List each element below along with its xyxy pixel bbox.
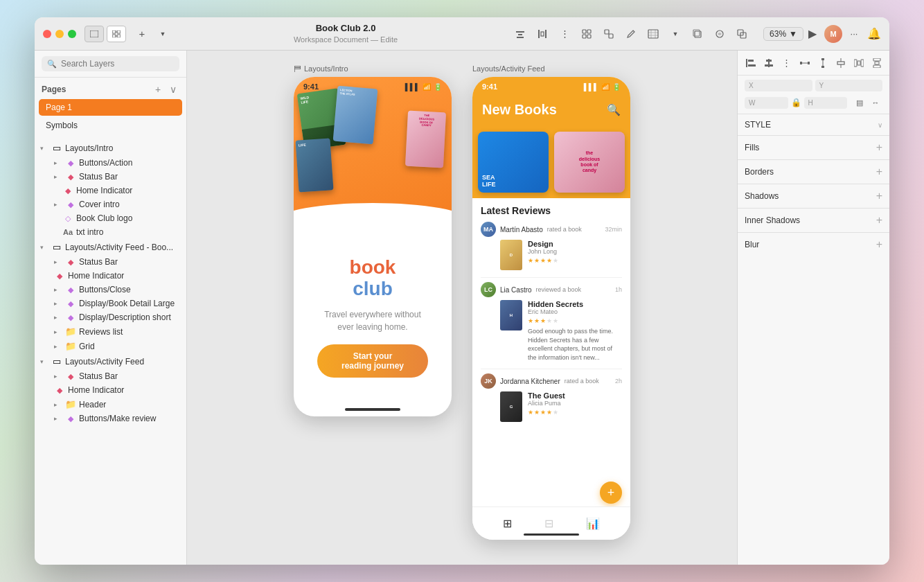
borders-add-icon[interactable]: + — [876, 166, 882, 178]
tab-home[interactable]: ⊞ — [503, 517, 512, 530]
review-book-row-2: H Hidden Secrets Eric Mateo ★ ★ ★ — [500, 300, 622, 362]
layer-status-bar-1[interactable]: ▸ ◆ Status Bar — [35, 170, 186, 184]
close-icon: ◆ — [65, 285, 76, 294]
close-button[interactable] — [43, 30, 51, 38]
layer-home-indicator-1[interactable]: ◆ Home Indicator — [35, 184, 186, 197]
layer-buttons-close[interactable]: ▸ ◆ Buttons/Close — [35, 283, 186, 297]
single-view-btn[interactable] — [85, 26, 104, 42]
blur-add-icon[interactable]: + — [876, 238, 882, 251]
x-field[interactable]: X — [745, 80, 812, 91]
layer-group-layouts-intro[interactable]: ▾ ▭ Layouts/Intro — [35, 140, 186, 156]
minimize-button[interactable] — [55, 30, 64, 38]
start-journey-button[interactable]: Start your reading journey — [317, 344, 428, 378]
layer-group-activity-feed[interactable]: ▾ ▭ Layouts/Activity Feed — [35, 353, 186, 369]
layer-group-activity-feed-boo[interactable]: ▾ ▭ Layouts/Activity Feed - Boo... — [35, 239, 186, 255]
add-button[interactable]: + — [134, 26, 150, 42]
page-item-1[interactable]: Page 1 — [39, 99, 182, 116]
inner-shadows-header[interactable]: Inner Shadows + — [738, 209, 889, 232]
spacing-v-icon[interactable] — [816, 56, 830, 70]
svg-rect-19 — [693, 30, 700, 36]
mask-icon[interactable] — [712, 26, 727, 42]
align-left-icon[interactable] — [744, 56, 758, 70]
layer-status-bar-3[interactable]: ▸ ◆ Status Bar — [35, 369, 186, 383]
review-item-3: JK Jordanna Kitchener rated a book 2h — [481, 373, 622, 422]
copy-icon[interactable] — [690, 26, 705, 42]
layer-status-bar-2[interactable]: ▸ ◆ Status Bar — [35, 255, 186, 269]
avatar[interactable]: M — [824, 25, 842, 43]
svg-rect-30 — [808, 62, 810, 64]
more-options-icon[interactable]: ··· — [846, 26, 862, 42]
layer-display-description[interactable]: ▸ ◆ Display/Description short — [35, 310, 186, 324]
transform-icon[interactable] — [601, 26, 616, 42]
pages-chevron[interactable]: ∨ — [167, 83, 179, 96]
shadows-add-icon[interactable]: + — [876, 190, 882, 202]
logo-book-text: book — [350, 256, 396, 278]
svg-rect-2 — [117, 30, 121, 33]
tab-stats[interactable]: 📊 — [586, 517, 600, 530]
layer-buttons-make-review[interactable]: ▸ ◆ Buttons/Make review — [35, 412, 186, 425]
page-item-symbols[interactable]: Symbols — [39, 117, 182, 134]
frame-icon[interactable] — [646, 26, 661, 42]
shadows-header[interactable]: Shadows + — [738, 184, 889, 208]
search-icon[interactable]: 🔍 — [607, 103, 621, 116]
maximize-button[interactable] — [68, 30, 76, 38]
w-field[interactable]: W — [745, 97, 788, 109]
layer-buttons-action[interactable]: ▸ ◆ Buttons/Action — [35, 156, 186, 170]
layout-icon[interactable] — [579, 26, 594, 42]
fills-header[interactable]: Fills + — [738, 136, 889, 159]
star-5: ★ — [553, 409, 558, 416]
svg-rect-12 — [587, 30, 591, 33]
style-section: STYLE ∨ — [738, 114, 889, 135]
align-center-icon[interactable] — [762, 56, 776, 70]
h-field[interactable]: H — [804, 97, 848, 109]
chevron-right-icon: ▸ — [54, 300, 62, 307]
tab-browse[interactable]: ⊟ — [544, 517, 553, 530]
add-dropdown[interactable]: ▼ — [155, 26, 170, 42]
resize-icon[interactable] — [834, 56, 848, 70]
reviewer-info-2: LC Lia Castro reviewed a book — [481, 282, 581, 297]
grid-view-btn[interactable] — [107, 26, 126, 42]
y-field[interactable]: Y — [815, 80, 883, 91]
layer-book-club-logo[interactable]: ◇ Book Club logo — [35, 211, 186, 225]
svg-rect-8 — [538, 30, 540, 38]
more-align-icon[interactable]: ⋮ — [780, 56, 794, 70]
star-5: ★ — [553, 257, 558, 264]
layer-cover-intro[interactable]: ▸ ◆ Cover intro — [35, 197, 186, 211]
borders-header[interactable]: Borders + — [738, 160, 889, 184]
distribute-v-icon[interactable] — [870, 56, 884, 70]
spacing-h-icon[interactable] — [798, 56, 812, 70]
distribute-h-icon[interactable] — [852, 56, 866, 70]
blur-header[interactable]: Blur + — [738, 233, 889, 256]
constrain-icon[interactable]: ▤ — [853, 96, 867, 109]
flip-icon[interactable]: ↔ — [869, 96, 882, 109]
layer-display-book-detail[interactable]: ▸ ◆ Display/Book Detail Large — [35, 297, 186, 310]
layer-txt-intro[interactable]: Aa txt intro — [35, 225, 186, 239]
distribute-icon[interactable] — [535, 26, 550, 42]
inner-shadows-add-icon[interactable]: + — [876, 214, 882, 227]
add-page-btn[interactable]: + — [152, 83, 164, 96]
layer-home-indicator-3[interactable]: ◆ Home Indicator — [35, 383, 186, 397]
shadows-label: Shadows — [745, 191, 779, 201]
xy-row: X Y — [738, 76, 889, 96]
align-icon[interactable] — [513, 26, 528, 42]
dropdown-icon[interactable]: ▼ — [668, 26, 683, 42]
chevron-right-icon: ▸ — [54, 201, 62, 208]
combine-icon[interactable] — [734, 26, 749, 42]
fills-add-icon[interactable]: + — [876, 141, 882, 154]
reviewer-avatar-1: MA — [481, 222, 496, 237]
more-icon[interactable]: ⋮ — [557, 26, 572, 42]
style-header[interactable]: STYLE ∨ — [738, 114, 889, 135]
fab-button[interactable]: + — [600, 482, 622, 504]
play-button[interactable]: ▶ — [803, 25, 821, 43]
layer-reviews-list[interactable]: ▸ 📁 Reviews list — [35, 324, 186, 339]
status-right: ▌▌▌ 📶 🔋 — [405, 83, 442, 91]
layer-grid[interactable]: ▸ 📁 Grid — [35, 339, 186, 353]
layer-header[interactable]: ▸ 📁 Header — [35, 397, 186, 412]
notifications-icon[interactable]: 🔔 — [867, 27, 881, 40]
zoom-control[interactable]: 63% ▼ — [763, 27, 803, 41]
pen-icon[interactable] — [623, 26, 639, 42]
search-input[interactable] — [61, 59, 174, 69]
lock-icon[interactable]: 🔒 — [791, 98, 801, 107]
layer-home-indicator-2[interactable]: ◆ Home Indicator — [35, 269, 186, 283]
wifi-icon: 📶 — [601, 83, 610, 91]
